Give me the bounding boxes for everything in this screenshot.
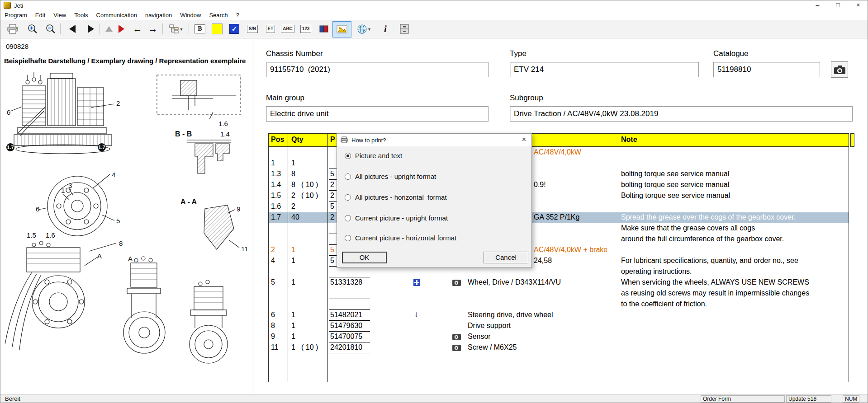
- header-note: Note: [621, 136, 637, 144]
- ok-button[interactable]: OK: [342, 252, 387, 263]
- menu-program[interactable]: Program: [0, 10, 31, 20]
- catalog-book-button[interactable]: [315, 21, 332, 37]
- print-option-2[interactable]: All pictures - upright format: [345, 173, 436, 183]
- table-row[interactable]: as reusing old screws may result in impe…: [269, 288, 849, 299]
- exploded-parts-drawing: 621.71.71.6B - B1.4431651.51.6A - A9118A…: [0, 39, 253, 394]
- table-scroll-strip[interactable]: [850, 133, 854, 147]
- table-row[interactable]: 6151482021Steering drive, drive wheel↓: [269, 310, 849, 321]
- picture-icon[interactable]: [452, 334, 461, 340]
- radio-icon[interactable]: [345, 173, 351, 180]
- serial-number-button[interactable]: S/N: [244, 21, 261, 37]
- menu-communication[interactable]: Communication: [92, 10, 141, 20]
- abc-sort-button[interactable]: ABC: [279, 21, 296, 37]
- zoom-out-button[interactable]: [42, 21, 59, 37]
- menu-search[interactable]: Search: [205, 10, 232, 20]
- chassis-number-field[interactable]: 91155710 (2021): [266, 62, 489, 77]
- picture-view-button-selected[interactable]: [332, 21, 351, 37]
- menu-window[interactable]: Window: [176, 10, 205, 20]
- down-arrow-icon[interactable]: ↓: [414, 310, 418, 319]
- print-option-1[interactable]: Picture and text: [345, 152, 402, 162]
- description-extra-cell: AC/48V/4,0kW: [534, 148, 581, 156]
- table-row[interactable]: to the coefficient of friction.: [269, 299, 849, 310]
- dialog-close-icon[interactable]: ×: [522, 136, 526, 144]
- maximize-button[interactable]: □: [828, 0, 848, 10]
- pos-cell: 5: [271, 278, 275, 286]
- status-update: Update 518: [786, 395, 831, 403]
- go-forward-red-button[interactable]: [114, 21, 128, 37]
- toolbar-separator: [162, 23, 163, 34]
- checkbox-filter-button[interactable]: ✓: [226, 21, 243, 37]
- triangle-left-icon: [69, 25, 76, 33]
- language-globe-button[interactable]: ▾: [352, 21, 375, 37]
- svg-text:4: 4: [112, 171, 115, 178]
- svg-text:A - A: A - A: [180, 198, 197, 206]
- table-row[interactable]: 111( 10 )24201810Screw / M6X25: [269, 342, 849, 353]
- pos-cell: 4: [271, 257, 275, 265]
- archive-button[interactable]: [396, 21, 413, 37]
- note-cell: Make sure that the grease covers all cog…: [621, 224, 755, 232]
- menu-help[interactable]: ?: [232, 10, 243, 20]
- pos-cell: 8: [271, 322, 275, 330]
- red-triangle-icon: [119, 25, 124, 33]
- svg-text:B - B: B - B: [175, 130, 192, 138]
- service-icon[interactable]: [413, 279, 420, 286]
- table-row[interactable]: 8151479630Drive support: [269, 321, 849, 332]
- svg-text:11: 11: [241, 245, 248, 253]
- catalogue-photo-button[interactable]: [831, 61, 848, 78]
- triangle-right-icon: [88, 25, 94, 33]
- history-back-button[interactable]: ←: [130, 21, 145, 37]
- radio-icon[interactable]: [345, 153, 351, 159]
- forward-arrow-icon: →: [148, 23, 158, 34]
- table-row[interactable]: 9151470075Sensor: [269, 332, 849, 342]
- previous-picture-button[interactable]: [64, 21, 81, 37]
- highlight-button[interactable]: [209, 21, 226, 37]
- type-field[interactable]: ETV 214: [510, 62, 699, 77]
- status-ready: Bereit: [5, 395, 20, 402]
- info-button[interactable]: i: [377, 21, 394, 37]
- next-picture-button[interactable]: [82, 21, 100, 37]
- sn-badge-icon: S/N: [247, 25, 258, 33]
- dialog-printer-icon: [341, 136, 348, 143]
- et-list-button[interactable]: ET: [262, 21, 279, 37]
- back-arrow-icon: ←: [133, 23, 142, 34]
- table-row[interactable]: operating instructions.: [269, 267, 849, 277]
- tree-view-button[interactable]: ▾: [165, 21, 187, 37]
- bold-info-button[interactable]: B: [191, 21, 209, 37]
- print-option-5[interactable]: Current picture - horizontal format: [345, 234, 456, 244]
- picture-icon[interactable]: [452, 280, 461, 286]
- qty-cell: 1: [291, 343, 295, 351]
- numeric-sort-button[interactable]: 123: [297, 21, 314, 37]
- menu-view[interactable]: View: [49, 10, 70, 20]
- qty-cell: 8: [291, 181, 295, 189]
- radio-icon[interactable]: [345, 194, 351, 201]
- close-button[interactable]: ×: [848, 0, 868, 10]
- qty-cell: 2: [291, 202, 295, 211]
- picture-icon[interactable]: [452, 345, 461, 351]
- svg-text:3: 3: [68, 182, 72, 189]
- abc-badge-icon: ABC: [281, 25, 294, 33]
- status-order-form: Order Form: [701, 395, 785, 403]
- minimize-button[interactable]: –: [807, 0, 828, 10]
- print-option-4[interactable]: Current picture - upright format: [345, 214, 448, 224]
- column-line: [288, 134, 288, 382]
- print-option-3[interactable]: All pictures - horizontal format: [345, 193, 447, 203]
- description-cell: Screw / M6X25: [468, 343, 517, 351]
- subgroup-field[interactable]: Drive Traction / AC/48V/4,0kW 23.08.2019: [510, 106, 853, 122]
- qty-cell: 40: [291, 213, 299, 221]
- print-button[interactable]: [4, 21, 21, 37]
- catalogue-field[interactable]: 51198810: [713, 62, 820, 77]
- zoom-in-button[interactable]: [24, 21, 41, 37]
- radio-icon[interactable]: [345, 235, 351, 241]
- dialog-title-bar[interactable]: How to print? ×: [337, 134, 531, 146]
- table-row[interactable]: 5151331328Wheel, Drive / D343X114/VUWhen…: [269, 277, 849, 288]
- menu-navigation[interactable]: navigation: [141, 10, 176, 20]
- yellow-square-icon: [212, 23, 223, 34]
- drawing-code: 090828: [6, 42, 28, 50]
- menu-edit[interactable]: Edit: [31, 10, 49, 20]
- svg-text:1.6: 1.6: [218, 120, 228, 127]
- menu-tools[interactable]: Tools: [70, 10, 92, 20]
- radio-icon[interactable]: [345, 215, 351, 221]
- cancel-button[interactable]: Cancel: [484, 252, 528, 263]
- main-group-field[interactable]: Electric drive unit: [266, 106, 489, 122]
- history-forward-button[interactable]: →: [145, 21, 161, 37]
